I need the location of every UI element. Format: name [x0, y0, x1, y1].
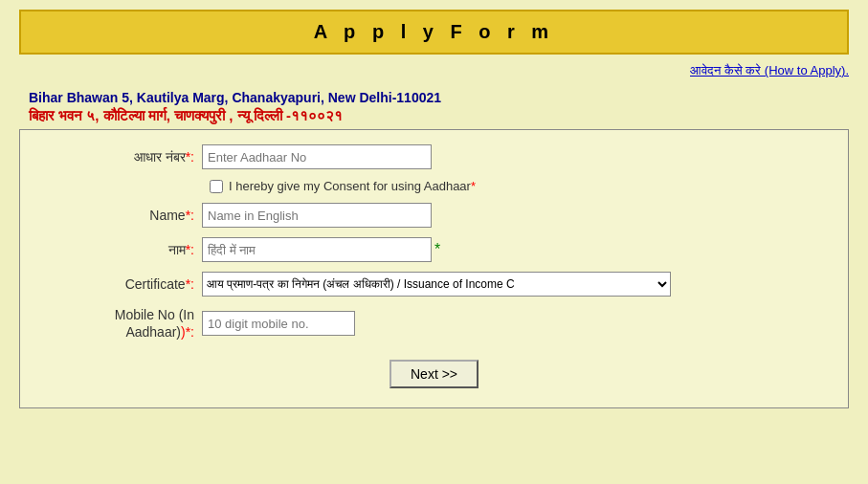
- mobile-label-text1: Mobile No (In: [115, 307, 194, 322]
- certificate-required-star: *:: [186, 276, 194, 292]
- consent-row: I hereby give my Consent for using Aadha…: [210, 179, 838, 193]
- hindi-name-label: नाम*:: [30, 242, 202, 258]
- page-title: A p p l y F o r m: [19, 10, 849, 55]
- consent-label: I hereby give my Consent for using Aadha…: [229, 179, 476, 193]
- address-hindi: बिहार भवन ५, कौटिल्या मार्ग, चाणक्यपुरी …: [29, 107, 849, 124]
- name-row: Name*:: [30, 203, 838, 228]
- aadhaar-row: आधार नंबर*:: [30, 144, 838, 169]
- green-star-icon: *: [434, 241, 440, 258]
- hindi-name-input[interactable]: [202, 237, 432, 262]
- how-to-apply-link[interactable]: आवेदन कैसे करे (How to Apply).: [0, 59, 868, 80]
- aadhaar-input[interactable]: [202, 144, 432, 169]
- mobile-input[interactable]: [202, 311, 355, 336]
- aadhaar-required-star: *:: [186, 149, 194, 165]
- name-label: Name*:: [30, 208, 202, 223]
- next-row: Next >>: [30, 360, 838, 388]
- certificate-select[interactable]: आय प्रमाण-पत्र का निगेमन (अंचल अधिकारी) …: [202, 272, 671, 297]
- name-required-star: *:: [186, 208, 194, 223]
- certificate-row: Certificate*: आय प्रमाण-पत्र का निगेमन (…: [30, 272, 838, 297]
- consent-required-star: *: [471, 179, 476, 193]
- certificate-label-text: Certificate: [125, 276, 186, 292]
- mobile-label: Mobile No (In Aadhaar))*:: [30, 306, 202, 341]
- form-container: आधार नंबर*: I hereby give my Consent for…: [19, 129, 849, 408]
- aadhaar-label: आधार नंबर*:: [30, 149, 202, 165]
- certificate-label: Certificate*:: [30, 276, 202, 292]
- consent-label-text: I hereby give my Consent for using Aadha…: [229, 179, 471, 193]
- name-label-text: Name: [149, 208, 185, 223]
- hindi-name-label-text: नाम: [168, 242, 186, 257]
- how-to-apply-anchor[interactable]: आवेदन कैसे करे (How to Apply).: [690, 63, 849, 77]
- aadhaar-label-text: आधार नंबर: [134, 149, 186, 165]
- next-button[interactable]: Next >>: [389, 360, 479, 388]
- mobile-label-text2: Aadhaar): [125, 324, 181, 340]
- hindi-name-required-star: *:: [186, 242, 194, 257]
- consent-checkbox[interactable]: [210, 180, 223, 193]
- hindi-name-row: नाम*: *: [30, 237, 838, 262]
- mobile-required-star: )*:: [181, 324, 194, 340]
- name-input[interactable]: [202, 203, 432, 228]
- mobile-row: Mobile No (In Aadhaar))*:: [30, 306, 838, 341]
- address-english: Bihar Bhawan 5, Kautilya Marg, Chanakyap…: [29, 90, 849, 105]
